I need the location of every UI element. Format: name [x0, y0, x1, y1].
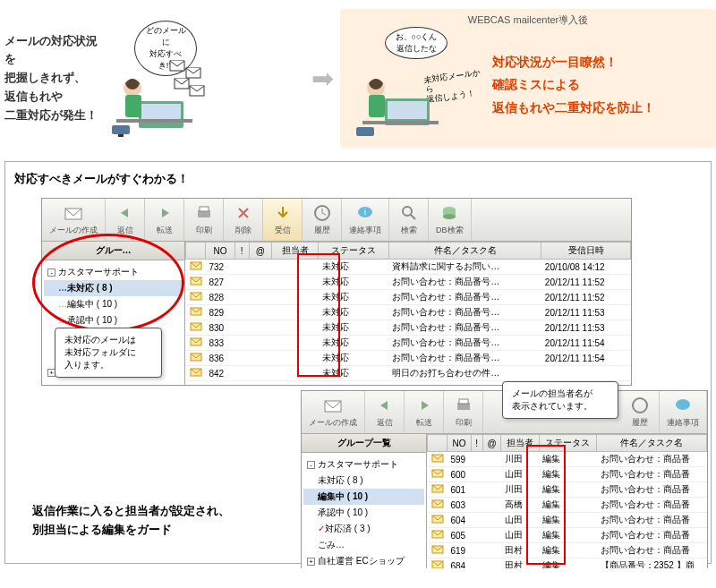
tree-item-approving[interactable]: …承認中 ( 10 ) — [44, 312, 183, 328]
table-row[interactable]: 619田村編集お問い合わせ：商品番 — [428, 543, 707, 558]
table-row[interactable]: 599川田編集お問い合わせ：商品番 — [428, 452, 707, 467]
search-icon — [399, 203, 419, 223]
table-row[interactable]: 828未対応お問い合わせ：商品番号…20/12/11 11:52 — [186, 290, 631, 305]
svg-rect-16 — [356, 127, 374, 136]
table-row[interactable]: 732未対応資料請求に関するお問い…20/10/08 14:12 — [186, 260, 631, 275]
top-illustration-section: メールの対応状況を 把握しきれず、 返信もれや 二重対応が発生！ どのメールに … — [0, 0, 716, 157]
table-row[interactable]: 842未対応明日のお打ち合わせの件… — [186, 366, 631, 381]
toolbar-contact[interactable]: 連絡事項 — [660, 391, 707, 433]
person-at-desk-icon — [349, 54, 448, 139]
svg-text:i: i — [364, 208, 366, 217]
toolbar-search[interactable]: 検索 — [389, 199, 429, 241]
table-row[interactable]: 603高橋編集お問い合わせ：商品番 — [428, 498, 707, 513]
tree-header: グルー… — [42, 242, 184, 260]
tree-item-unhandled[interactable]: …未対応 ( 8 ) — [44, 280, 183, 296]
svg-point-38 — [633, 398, 647, 413]
panel-title: 対応すべきメールがすぐわかる！ — [14, 171, 702, 187]
table-row[interactable]: 829未対応お問い合わせ：商品番号…20/12/11 11:53 — [186, 305, 631, 320]
bottom-caption: 返信作業に入ると担当者が設定され、 別担当による編集をガード — [32, 502, 230, 540]
envelope-icon — [431, 560, 444, 568]
delete-icon — [234, 203, 253, 223]
svg-rect-19 — [200, 207, 209, 211]
toolbar-receive[interactable]: 受信 — [263, 199, 303, 241]
toolbar-compose[interactable]: メールの作成 — [42, 199, 106, 241]
compose-icon — [64, 203, 83, 223]
toolbar-reply[interactable]: 返信 — [106, 199, 145, 241]
main-panel: 対応すべきメールがすぐわかる！ メールの作成 返信 転送 印刷 削除 受信 履歴… — [4, 161, 712, 564]
toolbar-history[interactable]: 履歴 — [620, 391, 660, 433]
table-row[interactable]: 833未対応お問い合わせ：商品番号…20/12/11 11:54 — [186, 336, 631, 351]
envelope-icon — [431, 545, 444, 554]
envelope-icon — [431, 530, 444, 539]
svg-rect-12 — [388, 101, 427, 119]
after-header: WEBCAS mailcenter導入後 — [349, 13, 707, 27]
table-row[interactable]: 601川田編集お問い合わせ：商品番 — [428, 482, 707, 498]
table-row[interactable]: 684田村編集【商品番号：2352 】商 — [428, 558, 707, 569]
table-header-row: NO ! @ 担当者 ステータス 件名／タスク名 受信日時 — [186, 243, 631, 260]
db-search-icon — [439, 203, 459, 223]
tree-item-editing[interactable]: …編集中 ( 10 ) — [44, 296, 183, 312]
speech-icon: i — [355, 203, 375, 223]
forward-icon — [155, 203, 175, 223]
forward-icon — [414, 396, 434, 415]
envelope-icon — [190, 292, 202, 301]
envelope-icon — [190, 322, 202, 331]
toolbar-forward[interactable]: 転送 — [405, 391, 444, 433]
before-text: メールの対応状況を 把握しきれず、 返信もれや 二重対応が発生！ — [0, 32, 107, 125]
tree-item-trash[interactable]: ごみ… — [303, 537, 424, 553]
mail-table: NO ! @ 担当者 ステータス 件名／タスク名 599川田編集お問い合わせ：商… — [427, 434, 707, 568]
tree-item-unhandled[interactable]: 未対応 ( 8 ) — [303, 473, 424, 489]
tree-item-done[interactable]: ✓対応済 ( 3 ) — [303, 521, 424, 537]
envelope-icon — [190, 261, 202, 270]
toolbar-contact[interactable]: i連絡事項 — [342, 199, 389, 241]
table-row[interactable]: 604山田編集お問い合わせ：商品番 — [428, 513, 707, 528]
toolbar-forward[interactable]: 転送 — [145, 199, 184, 241]
before-box: メールの対応状況を 把握しきれず、 返信もれや 二重対応が発生！ どのメールに … — [0, 21, 304, 137]
svg-point-23 — [403, 207, 412, 216]
toolbar-delete[interactable]: 削除 — [224, 199, 263, 241]
envelope-icon — [190, 368, 202, 377]
svg-rect-37 — [459, 399, 468, 404]
envelope-icon — [190, 353, 202, 362]
envelope-icon — [431, 484, 444, 493]
envelope-icon — [431, 469, 444, 478]
tree-item-approving[interactable]: 承認中 ( 10 ) — [303, 505, 424, 521]
mail-list-panel: NO ! @ 担当者 ステータス 件名／タスク名 受信日時 732未対応資料請求… — [185, 242, 631, 385]
envelope-icon — [431, 454, 444, 463]
arrow-icon: ➡ — [304, 63, 340, 94]
tree-header: グループ一覧 — [302, 434, 426, 453]
speech-icon — [673, 396, 693, 415]
after-box: WEBCAS mailcenter導入後 お、○○くん 返信したな 未対応メール… — [340, 9, 716, 148]
print-icon — [454, 396, 473, 415]
svg-rect-15 — [362, 121, 439, 124]
table-header-row: NO ! @ 担当者 ステータス 件名／タスク名 — [428, 435, 707, 452]
person-at-desk-icon — [107, 52, 206, 137]
mail-list-panel: NO ! @ 担当者 ステータス 件名／タスク名 599川田編集お問い合わせ：商… — [427, 434, 707, 568]
table-row[interactable]: 836未対応お問い合わせ：商品番号…20/12/11 11:54 — [186, 351, 631, 366]
toolbar-dbsearch[interactable]: DB検索 — [429, 199, 472, 241]
envelope-icon — [431, 499, 444, 508]
after-text: 対応状況が一目瞭然！ 確認ミスによる 返信もれや二重対応を防止！ — [483, 51, 707, 119]
history-icon — [312, 203, 332, 223]
tree-root[interactable]: -カスタマーサポート — [303, 456, 424, 473]
folder-tree: -カスタマーサポート 未対応 ( 8 ) 編集中 ( 10 ) 承認中 ( 10… — [302, 453, 426, 568]
toolbar-reply[interactable]: 返信 — [365, 391, 405, 433]
tree-extra[interactable]: +自社運営 ECショップ — [303, 553, 424, 568]
after-illustration: お、○○くん 返信したな 未対応メールから 返信しよう！ — [349, 31, 483, 139]
toolbar-compose[interactable]: メールの作成 — [302, 391, 365, 433]
folder-tree-panel: グループ一覧 -カスタマーサポート 未対応 ( 8 ) 編集中 ( 10 ) 承… — [302, 434, 427, 568]
toolbar-history[interactable]: 履歴 — [303, 199, 342, 241]
mail-table: NO ! @ 担当者 ステータス 件名／タスク名 受信日時 732未対応資料請求… — [185, 242, 631, 381]
envelope-icon — [190, 277, 202, 285]
table-row[interactable]: 827未対応お問い合わせ：商品番号…20/12/11 11:52 — [186, 275, 631, 290]
reply-icon — [115, 203, 135, 223]
table-row[interactable]: 605山田編集お問い合わせ：商品番 — [428, 528, 707, 543]
tree-root[interactable]: -カスタマーサポート — [44, 264, 183, 280]
table-row[interactable]: 830未対応お問い合わせ：商品番号…20/12/11 11:53 — [186, 320, 631, 336]
print-icon — [194, 203, 214, 223]
table-row[interactable]: 600山田編集お問い合わせ：商品番 — [428, 467, 707, 482]
toolbar-print[interactable]: 印刷 — [444, 391, 483, 433]
tree-item-editing[interactable]: 編集中 ( 10 ) — [303, 489, 424, 505]
envelope-icon — [190, 307, 202, 316]
toolbar-print[interactable]: 印刷 — [184, 199, 224, 241]
